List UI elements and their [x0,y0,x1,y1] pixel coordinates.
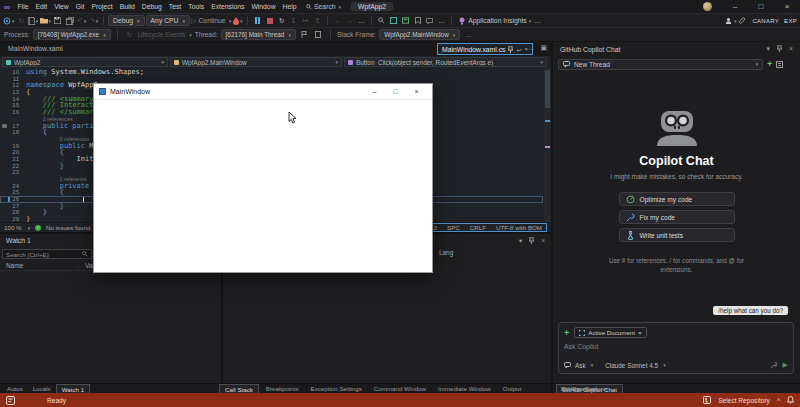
copilot-action-fix-my-code[interactable]: Fix my code [619,210,735,224]
toolbar-overflow-icon[interactable]: … [356,15,367,27]
copilot-action-optimize-my-code[interactable]: Optimize my code [619,192,735,206]
member-dropdown[interactable]: Button_Click(object sender, RoutedEventA… [344,57,547,67]
notifications-bell-icon[interactable] [787,396,794,404]
whitespace-mode[interactable]: SPC [447,224,460,231]
undo-icon[interactable]: ↶▾ [76,15,87,27]
platform-select[interactable]: Any CPU▾ [146,15,190,26]
column-name[interactable]: Name [6,262,23,269]
background-tasks-icon[interactable] [6,396,15,405]
remove-context-icon[interactable]: × [638,329,642,336]
menu-file[interactable]: File [14,3,32,10]
project-dropdown[interactable]: WpfApp2▾ [2,57,168,67]
send-icon[interactable]: ▶ [783,361,788,369]
open-folder-icon[interactable]: ▾ [40,15,52,27]
pin-icon[interactable] [777,45,782,53]
panel-options-icon[interactable]: ▾ [767,45,770,53]
encoding[interactable]: UTF-8 with BOM [496,224,542,231]
tab-mainwindow-xaml-cs[interactable]: MainWindow.xaml.cs ↩ × [437,43,533,55]
minimize-button[interactable]: – [722,0,748,14]
close-panel-icon[interactable]: × [541,237,545,245]
tools-icon[interactable] [770,362,777,369]
suggestion-chip[interactable]: /help what can you do? [713,306,788,315]
menu-edit[interactable]: Edit [32,3,51,10]
editor-scrollbar[interactable] [544,68,551,222]
mode-select[interactable]: Ask [575,362,586,369]
account-avatar[interactable] [703,2,712,11]
feedback-icon[interactable] [736,15,747,27]
step-over-icon[interactable]: ↦ [300,15,311,27]
thread-select[interactable]: New Thread ▾ [558,59,763,70]
lifecycle-label[interactable]: Lifecycle Events [138,31,186,38]
wpf-app-window[interactable]: MainWindow – □ × [93,83,433,273]
tab-overflow-icon[interactable]: … [527,44,534,52]
step-into-icon[interactable]: ↧ [288,15,299,27]
save-icon[interactable] [52,15,63,27]
hot-reload-icon[interactable]: ▾ [232,15,243,27]
type-dropdown[interactable]: WpfApp2.MainWindow▾ [170,57,342,67]
menu-build[interactable]: Build [116,3,138,10]
pin-icon[interactable] [508,46,513,53]
solution-scope-icon[interactable] [388,15,399,27]
step-out-icon[interactable]: ↥ [312,15,323,27]
thread-list-icon[interactable] [776,61,783,68]
menu-test[interactable]: Test [165,3,184,10]
pin-icon[interactable] [529,237,534,245]
save-all-icon[interactable] [64,15,75,27]
zoom-level[interactable]: 100 % [4,224,22,231]
close-button[interactable]: × [774,0,800,14]
copilot-action-write-unit-tests[interactable]: Write unit tests [619,228,735,242]
break-all-icon[interactable] [252,15,263,27]
select-repository[interactable]: Select Repository [718,397,770,404]
run-target-icon[interactable]: ▾ [3,15,15,27]
context-chip[interactable]: Active Document × [574,327,646,338]
new-thread-icon[interactable]: + [767,60,772,68]
menu-debug[interactable]: Debug [138,3,165,10]
menu-view[interactable]: View [51,3,73,10]
scrollbar-thumb[interactable] [545,70,550,108]
stack-frame-select[interactable]: WpfApp2.MainWindow▾ [379,29,460,40]
copilot-input-placeholder[interactable]: Ask Copilot [564,343,788,350]
tab-mainwindow-xaml[interactable]: MainWindow.xaml [4,44,67,53]
zoom-chevron-icon[interactable]: ▾ [28,225,31,231]
menu-extensions[interactable]: Extensions [208,3,248,10]
redo-icon[interactable]: ↷▾ [88,15,99,27]
thread-select[interactable]: [62176] Main Thread▾ [221,29,296,40]
wpf-maximize-button[interactable]: □ [385,88,406,95]
window-list-icon[interactable]: ▣ [540,44,547,52]
model-select[interactable]: Claude Sonnet 4.5 [605,362,658,369]
restart-icon[interactable]: ↻ [276,15,287,27]
app-insights-overflow-icon[interactable]: … [532,15,543,27]
wpf-minimize-button[interactable]: – [364,88,385,95]
copilot-input-box[interactable]: + Active Document × Ask Copilot Ask ▾ Cl… [558,322,794,374]
configuration-select[interactable]: Debug▾ [108,15,145,26]
menu-help[interactable]: Help [279,3,300,10]
new-file-icon[interactable]: ▾ [28,15,39,27]
bookmark-icon[interactable] [412,15,423,27]
menu-project[interactable]: Project [88,3,116,10]
toolbar-overflow2-icon[interactable]: … [436,15,447,27]
issues-status[interactable]: No issues found [46,224,90,231]
menu-git[interactable]: Git [72,3,88,10]
wpf-titlebar[interactable]: MainWindow – □ × [94,84,432,100]
menu-window[interactable]: Window [248,3,279,10]
close-panel-icon[interactable]: × [789,45,793,53]
history-icon[interactable]: ↩ [516,46,521,53]
search-control[interactable]: Search ▾ [306,3,341,10]
model-chevron-icon[interactable]: ▾ [663,362,666,368]
mode-chevron-icon[interactable]: ▾ [591,362,594,368]
comment-icon[interactable] [424,15,435,27]
flag-icon[interactable] [299,29,310,41]
panel-options-icon[interactable]: ▾ [519,237,522,245]
wpf-close-button[interactable]: × [406,88,427,95]
process-select[interactable]: [76408] WpfApp2.exe▾ [33,29,111,40]
continue-button[interactable]: ▷Continue▾ [191,17,231,25]
flagged-only-icon[interactable] [313,29,324,41]
watch-search-input[interactable]: Search (Ctrl+E) [2,249,92,259]
navigate-forward-icon[interactable]: → [344,15,355,27]
test-explorer-icon[interactable] [400,15,411,27]
maximize-button[interactable]: □ [748,0,774,14]
add-account-icon[interactable]: ▾ [725,15,737,27]
app-insights-label[interactable]: Application Insights [468,17,527,24]
debugbar-overflow-icon[interactable]: … [463,29,474,41]
column-lang[interactable]: Lang [439,249,453,256]
